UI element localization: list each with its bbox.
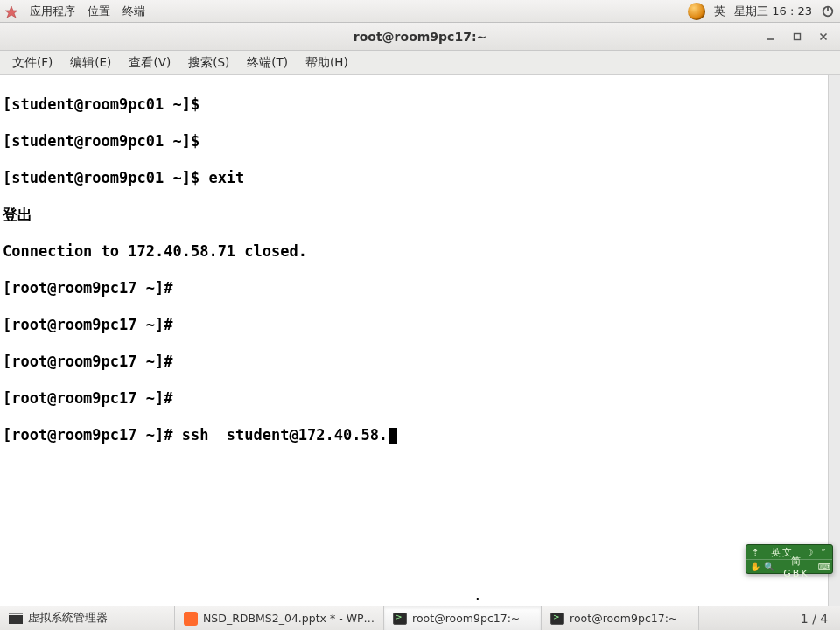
maximize-button[interactable]	[786, 28, 808, 46]
terminal-line: [root@room9pc17 ~]# ssh student@172.40.5…	[3, 426, 825, 444]
ime-quote-icon[interactable]: ”	[818, 548, 829, 557]
window-title-bar[interactable]: root@room9pc17:~	[0, 23, 840, 51]
vm-manager-icon	[9, 612, 23, 626]
stray-dot: .	[473, 587, 482, 604]
close-button[interactable]	[812, 28, 835, 46]
menu-view[interactable]: 查看(V)	[122, 53, 178, 73]
power-icon[interactable]	[821, 4, 835, 18]
ime-keyboard-icon[interactable]: ⌨	[818, 562, 829, 571]
terminal-line: 登出	[3, 206, 825, 224]
terminal-icon	[393, 612, 407, 626]
terminal-icon	[550, 612, 564, 626]
panel-datetime[interactable]: 星期三 16 : 23	[734, 4, 812, 19]
menu-edit[interactable]: 编辑(E)	[63, 53, 118, 73]
taskbar-item-vm-manager[interactable]: 虚拟系统管理器	[0, 606, 175, 630]
terminal-scrollbar[interactable]	[828, 75, 840, 606]
terminal-line: [root@room9pc17 ~]#	[3, 389, 825, 408]
notification-icon[interactable]	[688, 3, 705, 20]
window-title: root@room9pc17:~	[354, 30, 486, 44]
ime-pin-icon[interactable]: ⇡	[750, 548, 760, 557]
workspace-indicator[interactable]: 1 / 4	[788, 606, 840, 630]
ime-search-icon[interactable]: 🔍	[764, 562, 774, 571]
ime-widget[interactable]: ⇡ 英文 ☽ ” ✋ 🔍 简 GBK ⌨	[746, 544, 833, 574]
menu-search[interactable]: 搜索(S)	[181, 53, 236, 73]
ime-hand-icon[interactable]: ✋	[750, 562, 760, 571]
terminal[interactable]: [student@room9pc01 ~]$ [student@room9pc0…	[0, 75, 828, 606]
taskbar-label: root@room9pc17:~	[412, 612, 520, 625]
gnome-top-panel: 应用程序 位置 终端 英 星期三 16 : 23	[0, 0, 840, 23]
terminal-line: [student@room9pc01 ~]$ exit	[3, 169, 825, 187]
menu-help[interactable]: 帮助(H)	[298, 53, 355, 73]
terminal-cursor	[388, 428, 397, 444]
bottom-taskbar: 虚拟系统管理器 NSD_RDBMS2_04.pptx * - WP… root@…	[0, 606, 840, 630]
terminal-line: [root@room9pc17 ~]#	[3, 279, 825, 298]
taskbar-item-wps[interactable]: NSD_RDBMS2_04.pptx * - WP…	[175, 606, 384, 630]
taskbar-label: 虚拟系统管理器	[28, 611, 108, 626]
terminal-line: [student@room9pc01 ~]$	[3, 132, 825, 150]
menu-file[interactable]: 文件(F)	[5, 53, 60, 73]
taskbar-label: NSD_RDBMS2_04.pptx * - WP…	[203, 612, 374, 625]
terminal-line: [student@room9pc01 ~]$	[3, 95, 825, 114]
taskbar-item-terminal-1[interactable]: root@room9pc17:~	[384, 606, 542, 630]
terminal-line: [root@room9pc17 ~]#	[3, 353, 825, 371]
panel-places[interactable]: 位置	[88, 4, 110, 19]
terminal-line: Connection to 172.40.58.71 closed.	[3, 242, 825, 261]
distro-icon	[5, 5, 18, 18]
terminal-menu-bar: 文件(F) 编辑(E) 查看(V) 搜索(S) 终端(T) 帮助(H)	[0, 51, 840, 75]
taskbar-item-terminal-2[interactable]: root@room9pc17:~	[542, 606, 699, 630]
input-lang-indicator[interactable]: 英	[714, 4, 725, 19]
terminal-line: [root@room9pc17 ~]#	[3, 316, 825, 334]
minimize-button[interactable]	[760, 28, 782, 46]
panel-terminal[interactable]: 终端	[122, 4, 145, 19]
taskbar-label: root@room9pc17:~	[570, 612, 677, 625]
wps-icon	[184, 612, 198, 626]
svg-marker-0	[5, 6, 18, 18]
ime-charset-label: 简 GBK	[778, 555, 815, 579]
panel-applications[interactable]: 应用程序	[30, 4, 75, 19]
terminal-viewport: [student@room9pc01 ~]$ [student@room9pc0…	[0, 75, 840, 606]
svg-rect-4	[794, 33, 801, 39]
menu-terminal[interactable]: 终端(T)	[240, 53, 295, 73]
